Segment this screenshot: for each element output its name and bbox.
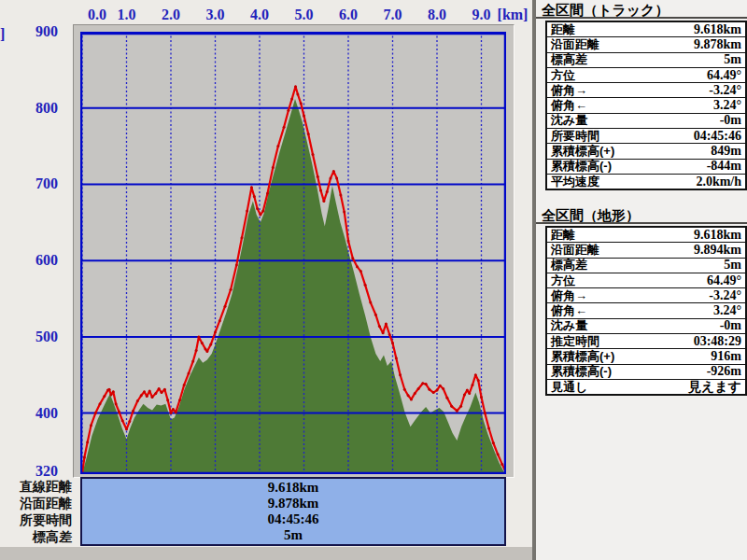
row-label: 俯角→ [547,82,587,99]
panel-title-underline [536,222,747,224]
row-value: 849m [614,144,745,159]
table-row: 累積標高(+)916m [547,349,745,364]
statistics-table: 距離9.618km沿面距離9.894km標高差5m方位64.49°俯角→-3.2… [545,226,747,396]
track-point-marker [235,264,238,267]
track-point-marker [246,210,248,213]
track-point-marker [296,93,299,96]
row-label: 距離 [547,21,575,38]
row-label: 推定時間 [547,333,599,350]
track-summary-box: 9.618km9.878km04:45:465m [80,477,506,546]
track-point-marker [146,395,148,398]
elevation-plot-canvas[interactable] [80,32,506,474]
gps-track-profile-window: ] 0.01.02.03.04.05.06.07.08.09.0 [km] 90… [0,0,747,560]
track-point-marker [191,360,194,363]
track-point-marker [428,388,430,391]
row-label: 沈み量 [547,317,587,334]
summary-value: 5m [82,527,504,543]
track-point-marker [468,392,471,395]
track-point-marker [115,402,118,405]
table-row: 方位64.49° [547,68,745,83]
row-label: 累積標高(-) [547,363,612,380]
row-label: 俯角← [547,97,587,114]
table-row: 俯角→-3.24° [547,83,745,98]
track-point-marker [94,412,97,414]
table-row: 標高差5m [547,259,745,273]
x-axis-tick-label: 4.0 [241,7,278,23]
track-point-marker [204,348,207,351]
track-point-marker [450,405,453,408]
track-point-marker [385,323,388,326]
track-point-marker [417,387,420,390]
table-row: 距離9.618km [547,22,745,37]
row-value: 916m [614,349,745,364]
table-row: 俯角←3.24° [547,98,745,113]
track-point-marker [256,207,259,210]
table-row: 累積標高(+)849m [547,144,745,159]
track-point-marker [445,397,448,399]
row-label: 累積標高(+) [547,143,614,160]
row-value: -926m [612,364,745,379]
track-point-marker [125,427,128,430]
track-point-marker [83,456,86,459]
track-point-marker [143,390,146,393]
track-point-marker [178,399,181,401]
table-row: 累積標高(-)-844m [547,160,745,175]
track-point-marker [99,402,102,405]
row-label: 累積標高(+) [547,348,614,365]
track-point-marker [90,424,92,427]
track-point-marker [276,145,279,147]
track-point-marker [307,133,310,135]
y-axis-tick-label: 400 [2,405,58,422]
row-label: 距離 [547,227,575,244]
track-point-marker [118,411,120,413]
y-axis-tick-label: 900 [2,23,58,40]
track-point-marker [351,257,354,259]
track-point-marker [148,389,151,392]
summary-row-label: 沿面距離 [0,495,72,511]
track-point-marker [378,325,381,328]
track-point-marker [492,441,495,444]
table-row: 平均速度2.0km/h [547,175,745,189]
track-point-marker [463,394,466,397]
track-point-marker [205,350,208,353]
track-point-marker [487,427,490,430]
table-row: 俯角←3.24° [547,303,745,318]
row-label: 方位 [547,67,575,84]
track-point-marker [500,463,503,466]
track-point-marker [497,453,500,455]
track-point-marker [317,175,319,178]
x-axis-tick-label: 8.0 [418,7,456,23]
table-row: 累積標高(-)-926m [547,365,745,380]
track-point-marker [154,392,157,395]
track-point-marker [322,200,325,203]
x-axis-tick-label: 7.0 [374,7,412,23]
track-point-marker [158,387,161,390]
track-point-marker [436,389,439,392]
y-axis-tick-label: 700 [2,175,58,192]
track-point-marker [108,388,111,391]
row-value: 5m [587,52,745,67]
summary-value: 9.878km [82,496,504,511]
track-point-marker [382,331,385,334]
track-point-marker [140,394,143,397]
row-value: -844m [612,159,745,174]
track-point-marker [343,210,345,213]
table-row: 方位64.49° [547,273,745,288]
track-point-marker [163,388,166,391]
row-value: 9.618km [575,22,745,37]
track-point-marker [197,335,200,338]
track-point-marker [339,193,342,196]
track-point-marker [326,190,329,193]
track-point-marker [218,319,221,322]
track-point-marker [287,109,289,112]
track-point-marker [356,265,359,268]
track-summary-labels: 直線距離沿面距離所要時間標高差 [0,478,72,545]
track-point-marker [172,408,175,411]
row-value: 9.894km [599,243,745,258]
track-point-marker [472,384,474,386]
track-point-marker [359,270,362,273]
table-row: 俯角→-3.24° [547,288,745,303]
track-point-marker [121,419,124,422]
table-row: 見通し見えます [547,380,745,394]
track-point-marker [477,379,480,382]
